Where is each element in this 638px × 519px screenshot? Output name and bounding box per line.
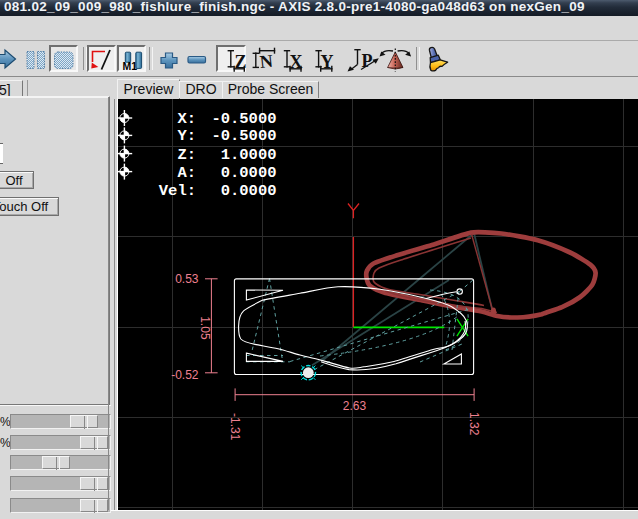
svg-text:2.63: 2.63 <box>343 399 367 413</box>
svg-text:0.53: 0.53 <box>175 272 199 286</box>
svg-text:Vel:: Vel: <box>159 182 196 200</box>
svg-text:-0.5000: -0.5000 <box>211 110 276 128</box>
svg-text:X: X <box>290 52 303 72</box>
svg-text:0.0000: 0.0000 <box>221 182 277 200</box>
svg-text:-0.5000: -0.5000 <box>211 127 276 145</box>
svg-text:A:: A: <box>177 164 196 182</box>
svg-text:-0.52: -0.52 <box>171 368 199 382</box>
svg-text:Y: Y <box>321 52 334 72</box>
svg-text:Z: Z <box>235 52 247 72</box>
svg-text:1.32: 1.32 <box>467 412 481 436</box>
svg-text:-1.31: -1.31 <box>228 413 242 441</box>
svg-text:1.05: 1.05 <box>198 316 212 340</box>
svg-text:M1: M1 <box>123 60 138 72</box>
svg-text:X:: X: <box>177 110 196 128</box>
svg-text:0.0000: 0.0000 <box>221 164 277 182</box>
svg-text:Z:: Z: <box>177 146 196 164</box>
svg-text:1.0000: 1.0000 <box>221 146 277 164</box>
svg-text:N: N <box>259 51 274 72</box>
svg-text:Y:: Y: <box>177 127 196 145</box>
